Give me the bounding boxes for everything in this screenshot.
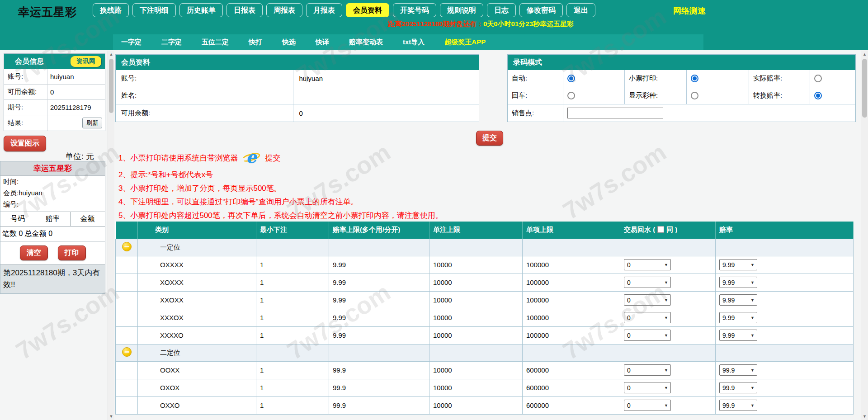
radio-unchecked[interactable] bbox=[567, 92, 575, 99]
dropdown-arrow-icon: ▼ bbox=[664, 316, 668, 320]
group-icon-cell bbox=[116, 344, 138, 361]
print-button[interactable]: 打印 bbox=[58, 245, 86, 260]
radio-unchecked[interactable] bbox=[691, 92, 698, 99]
radio-unchecked[interactable] bbox=[814, 75, 822, 82]
empty-cell bbox=[116, 309, 138, 326]
code-mode-panel: 录码模式 自动:小票打印:实际赔率:回车:显示彩种:转换赔率: 销售点: bbox=[507, 54, 856, 122]
rebate-select[interactable]: 0▼ bbox=[624, 382, 671, 393]
radio-cell bbox=[687, 70, 749, 87]
sub-nav-item[interactable]: 快译 bbox=[316, 38, 329, 47]
submit-button[interactable]: 提交 bbox=[476, 131, 503, 146]
radio-checked[interactable] bbox=[814, 92, 822, 99]
empty-cell bbox=[116, 396, 138, 414]
header-col: 单注上限 bbox=[429, 222, 523, 239]
page-scroll-thumb[interactable] bbox=[862, 59, 867, 118]
min-bet: 1 bbox=[256, 396, 329, 414]
rebate-select[interactable]: 0▼ bbox=[624, 294, 671, 306]
field-label: 账号: bbox=[116, 70, 293, 87]
sub-nav-item[interactable]: 一字定 bbox=[121, 38, 142, 47]
top-nav-item[interactable]: 退出 bbox=[566, 3, 595, 17]
rebate-select[interactable]: 0▼ bbox=[624, 364, 671, 376]
slip-summary: 笔数 0 总金额 0 bbox=[0, 227, 105, 242]
empty-cell bbox=[116, 361, 138, 379]
single-item-cap: 600000 bbox=[523, 396, 620, 414]
select-value: 0 bbox=[627, 367, 631, 374]
header-col: 赔率上限(多个用/分开) bbox=[329, 222, 429, 239]
page-scrollbar[interactable]: ▲ ▼ bbox=[861, 51, 868, 420]
odds-row: OXXXX19.99100001000000▼9.99▼ bbox=[116, 256, 854, 274]
scroll-down-icon[interactable]: ▼ bbox=[861, 413, 868, 420]
sub-nav-item[interactable]: 赔率变动表 bbox=[349, 38, 383, 47]
empty-cell bbox=[116, 291, 138, 309]
top-nav-item[interactable]: 规则说明 bbox=[440, 3, 483, 17]
mode-option-label: 自动: bbox=[508, 70, 563, 87]
slip-column-header: 赔率 bbox=[35, 212, 70, 226]
odds-select[interactable]: 99.9▼ bbox=[719, 382, 757, 393]
refresh-button[interactable]: 刷新 bbox=[82, 118, 102, 128]
min-bet: 1 bbox=[256, 379, 329, 396]
network-speed-link[interactable]: 网络测速 bbox=[673, 5, 706, 16]
odds-select[interactable]: 99.9▼ bbox=[719, 364, 757, 376]
dropdown-arrow-icon: ▼ bbox=[664, 298, 668, 302]
ie-browser-icon: e bbox=[241, 150, 261, 166]
member-info-rows: 账号:huiyuan可用余额:0期号:20251128179结果:刷新 bbox=[4, 69, 105, 131]
scroll-up-icon[interactable]: ▲ bbox=[108, 51, 114, 58]
scroll-down-icon[interactable]: ▼ bbox=[108, 413, 114, 420]
top-nav-item[interactable]: 会员资料 bbox=[346, 3, 389, 17]
info-site-button[interactable]: 资讯网 bbox=[71, 56, 101, 67]
group-row: 一定位 bbox=[116, 239, 854, 256]
dropdown-arrow-icon: ▼ bbox=[750, 368, 755, 373]
member-info-row: 结果:刷新 bbox=[4, 115, 105, 131]
odds-cap: 9.99 bbox=[329, 274, 429, 291]
rebate-same-checkbox[interactable] bbox=[657, 226, 664, 233]
odds-select[interactable]: 9.99▼ bbox=[719, 312, 757, 323]
odds-row: OOXX199.9100006000000▼99.9▼ bbox=[116, 361, 854, 379]
sidebar-scroll-thumb[interactable] bbox=[109, 59, 113, 113]
rebate-cell: 0▼ bbox=[620, 379, 716, 396]
select-value: 0 bbox=[627, 297, 631, 304]
top-nav-item[interactable]: 日志 bbox=[487, 3, 516, 17]
sub-nav-item[interactable]: 二字定 bbox=[161, 38, 182, 47]
rebate-select[interactable]: 0▼ bbox=[624, 259, 671, 270]
top-nav-item[interactable]: 月报表 bbox=[306, 3, 342, 17]
top-nav-item[interactable]: 下注明细 bbox=[132, 3, 176, 17]
rebate-select[interactable]: 0▼ bbox=[624, 400, 671, 411]
sub-nav-item[interactable]: 快选 bbox=[282, 38, 296, 47]
sub-nav-item[interactable]: 超级奖王APP bbox=[444, 38, 486, 47]
odds-select[interactable]: 99.9▼ bbox=[719, 400, 757, 411]
rebate-select[interactable]: 0▼ bbox=[624, 277, 671, 288]
min-bet: 1 bbox=[256, 326, 329, 344]
odds-select[interactable]: 9.99▼ bbox=[719, 259, 757, 270]
field-value: 20251128179 bbox=[47, 104, 105, 111]
odds-cap: 99.9 bbox=[329, 396, 429, 414]
rebate-select[interactable]: 0▼ bbox=[624, 330, 671, 341]
top-nav-item[interactable]: 开奖号码 bbox=[393, 3, 436, 17]
rebate-select[interactable]: 0▼ bbox=[624, 312, 671, 323]
sub-nav: 一字定二字定五位二定快打快选快译赔率变动表txt导入超级奖王APP bbox=[113, 34, 703, 50]
radio-checked[interactable] bbox=[567, 75, 575, 82]
select-value: 9.99 bbox=[722, 314, 735, 321]
collapse-group-icon[interactable] bbox=[122, 347, 132, 357]
top-nav-item[interactable]: 历史账单 bbox=[179, 3, 223, 17]
clear-button[interactable]: 清空 bbox=[20, 245, 48, 260]
collapse-group-icon[interactable] bbox=[122, 242, 132, 251]
top-nav-item[interactable]: 修改密码 bbox=[519, 3, 563, 17]
sub-nav-item[interactable]: txt导入 bbox=[403, 38, 425, 47]
top-nav-item[interactable]: 日报表 bbox=[226, 3, 263, 17]
site-logo: 幸运五星彩 bbox=[18, 5, 77, 19]
odds-select[interactable]: 9.99▼ bbox=[719, 277, 757, 288]
sub-nav-item[interactable]: 快打 bbox=[249, 38, 262, 47]
empty-cell bbox=[429, 344, 523, 361]
odds-select[interactable]: 9.99▼ bbox=[719, 330, 757, 341]
sales-point-input[interactable] bbox=[567, 108, 663, 118]
sub-nav-item[interactable]: 五位二定 bbox=[202, 38, 229, 47]
rebate-cell: 0▼ bbox=[620, 291, 716, 309]
odds-select[interactable]: 9.99▼ bbox=[719, 294, 757, 306]
top-nav-item[interactable]: 周报表 bbox=[266, 3, 302, 17]
top-nav-item[interactable]: 换线路 bbox=[93, 3, 129, 17]
minus-bar bbox=[124, 351, 129, 353]
set-icon-button[interactable]: 设置图示 bbox=[4, 136, 46, 151]
scroll-up-icon[interactable]: ▲ bbox=[861, 51, 868, 58]
sidebar-scrollbar[interactable]: ▲ ▼ bbox=[108, 51, 114, 420]
radio-checked[interactable] bbox=[691, 75, 698, 82]
